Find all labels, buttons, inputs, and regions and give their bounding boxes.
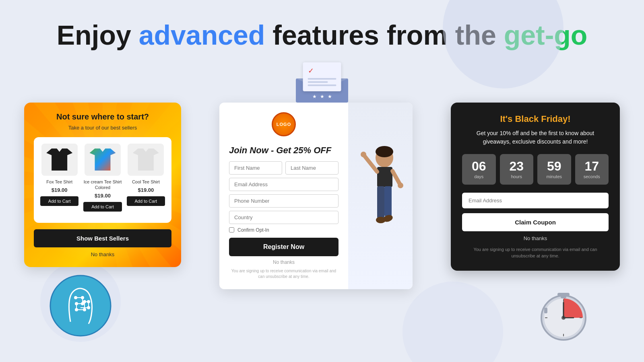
first-name-input[interactable]: [229, 161, 282, 175]
center-disclaimer: You are signing up to receive communicat…: [229, 268, 339, 280]
bg-decoration-3: [402, 282, 503, 362]
svg-point-23: [81, 302, 84, 305]
stopwatch-icon: [535, 286, 592, 342]
products-grid: Fox Tee Shirt $19.00 Add to Cart Ice cre…: [40, 144, 165, 212]
email-input[interactable]: [229, 178, 339, 191]
no-thanks-center-link[interactable]: No thanks: [229, 259, 339, 265]
opt-in-label: Confirm Opt-In: [237, 227, 269, 233]
seconds-value: 17: [582, 160, 603, 173]
svg-rect-35: [544, 308, 547, 313]
hours-label: hours: [506, 174, 527, 179]
country-input[interactable]: [229, 211, 339, 224]
svg-point-28: [87, 300, 90, 303]
product-2-price: $19.00: [83, 193, 122, 199]
product-1-name: Fox Tee Shirt: [40, 179, 78, 185]
opt-in-row: Confirm Opt-In: [229, 227, 339, 233]
envelope-icon: ✓ ★ ★ ★: [296, 62, 348, 103]
add-to-cart-1-button[interactable]: Add to Cart: [40, 196, 78, 206]
product-1-price: $19.00: [40, 187, 78, 193]
countdown-hours: 23 hours: [500, 154, 534, 185]
signup-title: Join Now - Get 25% OFF: [229, 145, 339, 156]
phone-input[interactable]: [229, 194, 339, 208]
products-container: Fox Tee Shirt $19.00 Add to Cart Ice cre…: [34, 137, 171, 223]
svg-point-25: [75, 309, 78, 311]
last-name-input[interactable]: [285, 161, 339, 175]
bestsellers-card: Not sure where to start? Take a tour of …: [24, 103, 181, 267]
opt-in-checkbox[interactable]: [229, 227, 234, 232]
product-1: Fox Tee Shirt $19.00 Add to Cart: [40, 144, 78, 212]
countdown-timer: 06 days 23 hours 59 minutes 17 seconds: [462, 154, 609, 185]
show-best-sellers-button[interactable]: Show Best Sellers: [34, 229, 171, 247]
countdown-seconds: 17 seconds: [575, 154, 609, 185]
black-friday-title: It's Black Friday!: [462, 114, 609, 124]
cards-container: Not sure where to start? Take a tour of …: [0, 99, 644, 289]
black-friday-subtitle: Get your 10% off and be the first to kno…: [462, 129, 609, 146]
minutes-label: minutes: [544, 174, 565, 179]
svg-point-1: [376, 146, 393, 157]
product-2: Ice cream Tee Shirt Colored $19.00 Add t…: [83, 144, 122, 212]
claim-coupon-button[interactable]: Claim Coupon: [462, 213, 609, 231]
signup-form: LOGO Join Now - Get 25% OFF Confirm Opt-…: [219, 103, 348, 289]
register-button[interactable]: Register Now: [229, 238, 339, 256]
svg-point-24: [75, 302, 78, 305]
countdown-minutes: 59 minutes: [537, 154, 571, 185]
add-to-cart-2-button[interactable]: Add to Cart: [83, 202, 122, 212]
black-friday-card: It's Black Friday! Get your 10% off and …: [451, 103, 620, 271]
svg-line-3: [364, 156, 377, 172]
logo-text: LOGO: [277, 122, 291, 127]
name-row: [229, 161, 339, 175]
svg-rect-34: [557, 293, 570, 296]
product-2-image: [85, 144, 121, 176]
svg-rect-8: [384, 186, 392, 216]
product-3: Cool Tee Shirt $19.00 Add to Cart: [127, 144, 165, 212]
svg-point-22: [81, 296, 84, 299]
svg-rect-7: [377, 186, 384, 218]
svg-point-27: [83, 300, 86, 303]
bestsellers-subheading: Take a tour of our best sellers: [34, 125, 171, 131]
no-thanks-right-link[interactable]: No thanks: [462, 235, 609, 241]
svg-point-11: [50, 276, 111, 336]
add-to-cart-3-button[interactable]: Add to Cart: [127, 196, 165, 206]
countdown-days: 06 days: [462, 154, 496, 185]
svg-point-26: [83, 309, 86, 311]
svg-line-5: [392, 171, 400, 184]
product-1-image: [41, 144, 78, 176]
bestsellers-heading: Not sure where to start?: [34, 112, 171, 121]
email-coupon-input[interactable]: [462, 193, 609, 208]
product-3-name: Cool Tee Shirt: [127, 179, 165, 185]
days-value: 06: [469, 160, 489, 173]
brain-icon: [48, 274, 113, 338]
person-image-side: [348, 103, 413, 289]
svg-rect-2: [377, 167, 392, 187]
svg-point-4: [361, 152, 366, 157]
svg-point-29: [87, 306, 90, 309]
product-3-image: [128, 144, 164, 176]
logo: LOGO: [272, 112, 296, 136]
jumping-person-illustration: [356, 140, 405, 252]
days-label: days: [469, 174, 489, 179]
svg-point-6: [398, 183, 403, 188]
no-thanks-left-link[interactable]: No thanks: [34, 251, 171, 257]
product-2-name: Ice cream Tee Shirt Colored: [83, 179, 122, 191]
minutes-value: 59: [544, 160, 565, 173]
seconds-label: seconds: [582, 174, 603, 179]
right-disclaimer: You are signing up to receive communicat…: [462, 246, 609, 259]
hours-value: 23: [506, 160, 527, 173]
signup-card: LOGO Join Now - Get 25% OFF Confirm Opt-…: [219, 103, 413, 289]
product-3-price: $19.00: [127, 187, 165, 193]
svg-point-21: [74, 296, 77, 299]
